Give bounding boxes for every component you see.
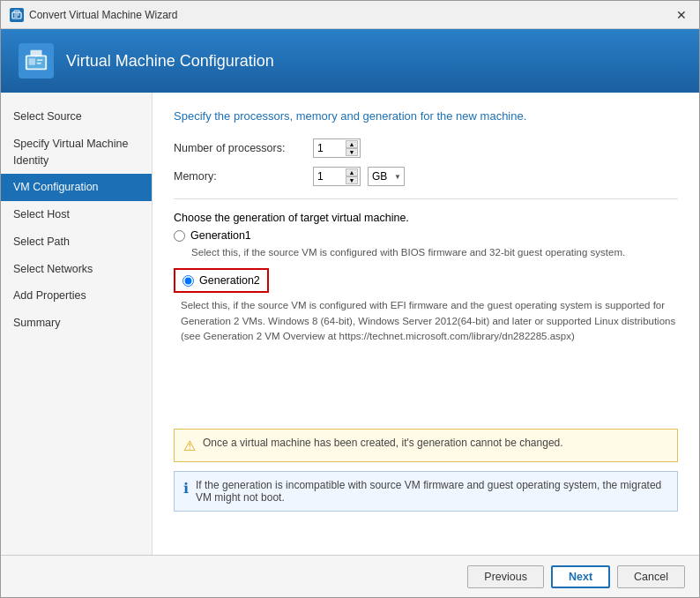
- memory-unit-wrapper[interactable]: GB MB: [368, 167, 405, 186]
- memory-input[interactable]: [317, 170, 344, 183]
- sidebar-item-vm-configuration[interactable]: VM Configuration: [1, 174, 152, 201]
- sidebar: Select Source Specify Virtual Machine Id…: [1, 93, 153, 555]
- info-icon: ℹ: [183, 480, 189, 497]
- gen2-box: Generation2: [174, 268, 269, 293]
- sidebar-item-add-properties[interactable]: Add Properties: [1, 282, 152, 310]
- gen1-radio-row: Generation1: [174, 229, 678, 242]
- svg-rect-8: [29, 58, 35, 64]
- sidebar-item-select-source[interactable]: Select Source: [1, 103, 152, 131]
- svg-rect-10: [37, 63, 41, 64]
- close-button[interactable]: ✕: [673, 6, 690, 24]
- memory-row: Memory: ▲ ▼ GB MB: [174, 167, 678, 186]
- sidebar-item-specify-vm-identity[interactable]: Specify Virtual Machine Identity: [1, 131, 152, 175]
- warning-text: Once a virtual machine has been created,…: [203, 437, 563, 449]
- gen2-radio[interactable]: [182, 275, 194, 287]
- footer: Previous Next Cancel: [1, 555, 699, 597]
- gen2-label[interactable]: Generation2: [199, 274, 260, 287]
- generation-label: Choose the generation of target virtual …: [174, 212, 678, 224]
- memory-unit-select[interactable]: GB MB: [368, 167, 405, 186]
- header-icon: [19, 43, 54, 78]
- info-box: ℹ If the generation is incompatible with…: [174, 471, 678, 512]
- previous-button[interactable]: Previous: [467, 565, 544, 588]
- cancel-button[interactable]: Cancel: [617, 565, 685, 588]
- section-title: Specify the processors, memory and gener…: [174, 108, 678, 124]
- title-bar: Convert Virtual Machine Wizard ✕: [1, 1, 699, 29]
- sidebar-item-select-networks[interactable]: Select Networks: [1, 256, 152, 283]
- sidebar-item-select-path[interactable]: Select Path: [1, 228, 152, 256]
- processors-input[interactable]: [317, 142, 344, 154]
- warning-box: ⚠ Once a virtual machine has been create…: [174, 429, 678, 462]
- svg-rect-6: [30, 50, 41, 56]
- window-title: Convert Virtual Machine Wizard: [29, 9, 178, 21]
- gen2-description: Select this, if the source VM is configu…: [181, 298, 678, 344]
- gen1-radio[interactable]: [174, 230, 185, 242]
- sidebar-item-select-host[interactable]: Select Host: [1, 201, 152, 228]
- main-content: Select Source Specify Virtual Machine Id…: [1, 93, 699, 555]
- memory-increment[interactable]: ▲: [346, 168, 358, 176]
- warning-icon: ⚠: [183, 437, 196, 454]
- svg-rect-9: [37, 59, 43, 61]
- processors-increment[interactable]: ▲: [346, 140, 358, 148]
- processors-decrement[interactable]: ▼: [346, 148, 358, 156]
- info-text: If the generation is incompatible with s…: [196, 479, 668, 504]
- header-title: Virtual Machine Configuration: [66, 52, 274, 71]
- processors-spinbox[interactable]: ▲ ▼: [313, 138, 361, 158]
- spacer: [174, 358, 678, 429]
- gen1-label[interactable]: Generation1: [190, 229, 251, 242]
- memory-label: Memory:: [174, 170, 306, 183]
- next-button[interactable]: Next: [551, 565, 610, 588]
- gen1-description: Select this, if the source VM is configu…: [191, 245, 678, 259]
- content-area: Specify the processors, memory and gener…: [153, 93, 699, 555]
- title-bar-icon: [10, 8, 24, 22]
- wizard-window: Convert Virtual Machine Wizard ✕ Virtual…: [0, 0, 700, 598]
- memory-spinbox[interactable]: ▲ ▼: [313, 167, 361, 186]
- memory-decrement[interactable]: ▼: [346, 176, 358, 184]
- processors-label: Number of processors:: [174, 142, 306, 154]
- header-bar: Virtual Machine Configuration: [1, 29, 699, 93]
- processors-row: Number of processors: ▲ ▼: [174, 138, 678, 158]
- separator-1: [174, 198, 678, 199]
- sidebar-item-summary[interactable]: Summary: [1, 310, 152, 337]
